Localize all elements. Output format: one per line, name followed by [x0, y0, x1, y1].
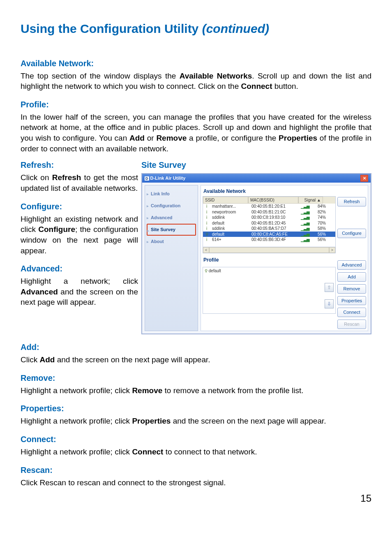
ssid-cell: sddlink — [210, 226, 250, 232]
signal-icon: ▁▃▅ — [299, 220, 311, 226]
mac-cell: 00:80:C8:19:83:10 — [250, 215, 299, 220]
profile-item[interactable]: ⚲ default — [203, 267, 335, 275]
properties-heading: Properties: — [21, 403, 371, 414]
move-up-button[interactable]: ⇧ — [325, 283, 334, 292]
remove-text: Highlight a network profile; click Remov… — [21, 385, 371, 396]
properties-button[interactable]: Properties — [337, 296, 366, 306]
refresh-text: Click on Refresh to get the most updated… — [21, 172, 138, 193]
network-type-icon: i — [203, 215, 210, 220]
ssid-cell: newportroom — [210, 209, 250, 215]
network-type-icon: i — [203, 209, 210, 215]
network-type-icon: i — [203, 226, 210, 232]
signal-icon: ▁▃▅ — [299, 226, 311, 232]
signal-icon: ▁▃▅ — [299, 232, 311, 237]
move-down-button[interactable]: ⇩ — [325, 299, 334, 308]
network-table: SSID MAC(BSSID) Signal ▲ imanhattanr...0… — [203, 196, 336, 254]
signal-cell: 56% — [311, 237, 327, 243]
mac-cell: 00:40:05:B6:3D:4F — [250, 237, 299, 243]
table-row[interactable]: isddlink00:40:05:BA:57:D7▁▃▅58% — [203, 226, 335, 232]
mac-cell: 00:40:05:BA:57:D7 — [250, 226, 299, 232]
horizontal-scrollbar[interactable]: < > — [203, 247, 335, 253]
col-ssid[interactable]: SSID — [203, 197, 248, 204]
table-row[interactable]: isddlink00:80:C8:19:83:10▁▃▅74% — [203, 215, 335, 220]
configure-text: Highlight an existing network and click … — [21, 214, 138, 256]
mac-cell: 00:40:05:B1:20:E1 — [250, 204, 299, 209]
title-main: Using the Configuration Utility — [21, 22, 202, 35]
signal-cell: 58% — [311, 226, 327, 232]
table-row[interactable]: idefault00:40:05:B1:2D:45▁▃▅70% — [203, 220, 335, 226]
network-type-icon: ⚲ — [203, 232, 210, 237]
page-number: 15 — [21, 492, 371, 505]
network-type-icon: i — [203, 237, 210, 243]
profile-heading: Profile: — [21, 99, 371, 110]
advanced-heading: Advanced: — [21, 263, 138, 274]
scroll-right-icon[interactable]: > — [329, 247, 335, 253]
table-row[interactable]: imanhattanr...00:40:05:B1:20:E1▁▃▅84% — [203, 204, 335, 209]
table-row[interactable]: ⚲default00:80:C8:AC:A5:FE▁▃▅56% — [203, 232, 335, 237]
close-icon[interactable]: ✕ — [360, 175, 368, 182]
sort-icon: ▲ — [317, 198, 321, 202]
add-text: Click Add and the screen on the next pag… — [21, 354, 371, 365]
signal-cell: 74% — [311, 215, 327, 220]
profile-label: Profile — [203, 256, 336, 264]
signal-cell: 82% — [311, 209, 327, 215]
rescan-button[interactable]: Rescan — [337, 320, 366, 329]
mac-cell: 00:40:05:B1:2D:45 — [250, 220, 299, 226]
col-mac[interactable]: MAC(BSSID) — [248, 197, 298, 204]
ssid-cell: default — [210, 232, 250, 237]
window-titlebar[interactable]: DD-Link Air Utility ✕ — [142, 174, 371, 183]
remove-heading: Remove: — [21, 373, 371, 384]
ssid-cell: sddlink — [210, 215, 250, 220]
nav-link-info[interactable]: Link Info — [147, 188, 196, 200]
site-survey-title: Site Survey — [141, 160, 371, 171]
nav-sidebar: Link Info Configuration Advanced Site Su… — [145, 185, 198, 331]
table-row[interactable]: inewportroom00:40:05:B1:21:0C▁▃▅82% — [203, 209, 335, 215]
profile-text: In the lower half of the screen, you can… — [21, 112, 371, 154]
connect-text: Highlight a network profile; click Conne… — [21, 447, 371, 457]
window-title-text: DD-Link Air Utility — [145, 175, 185, 181]
available-network-text: The top section of the window displays t… — [21, 71, 371, 92]
add-button[interactable]: Add — [337, 272, 366, 282]
connect-heading: Connect: — [21, 434, 371, 445]
refresh-button[interactable]: Refresh — [337, 197, 366, 206]
signal-icon: ▁▃▅ — [299, 215, 311, 220]
refresh-heading: Refresh: — [21, 160, 138, 171]
properties-text: Highlight a network profile; click Prope… — [21, 416, 371, 426]
col-signal[interactable]: Signal ▲ — [298, 197, 323, 204]
signal-cell: 70% — [311, 220, 327, 226]
profile-list[interactable]: ⚲ default ⇧ ⇩ — [203, 267, 336, 314]
signal-cell: 84% — [311, 204, 327, 209]
ssid-cell: manhattanr... — [210, 204, 250, 209]
table-header[interactable]: SSID MAC(BSSID) Signal ▲ — [203, 197, 335, 204]
signal-icon: ▁▃▅ — [299, 237, 311, 243]
nav-configuration[interactable]: Configuration — [147, 200, 196, 212]
configure-button[interactable]: Configure — [337, 229, 366, 238]
available-network-heading: Available Network: — [21, 58, 371, 69]
nav-site-survey[interactable]: Site Survey — [147, 224, 196, 236]
mac-cell: 00:40:05:B1:21:0C — [250, 209, 299, 215]
utility-window: DD-Link Air Utility ✕ Link Info Configur… — [141, 173, 371, 334]
connect-button[interactable]: Connect — [337, 308, 366, 317]
configure-heading: Configure: — [21, 201, 138, 212]
remove-button[interactable]: Remove — [337, 284, 366, 294]
ssid-cell: default — [210, 220, 250, 226]
nav-about[interactable]: About — [147, 236, 196, 248]
title-continued: (continued) — [202, 22, 269, 35]
table-row[interactable]: i614+00:40:05:B6:3D:4F▁▃▅56% — [203, 237, 335, 243]
available-network-label: Available Network — [203, 187, 336, 196]
network-type-icon: i — [203, 220, 210, 226]
mac-cell: 00:80:C8:AC:A5:FE — [250, 232, 299, 237]
signal-cell: 56% — [311, 232, 327, 237]
ssid-cell: 614+ — [210, 237, 250, 243]
network-type-icon: i — [203, 204, 210, 209]
nav-advanced[interactable]: Advanced — [147, 212, 196, 224]
scroll-left-icon[interactable]: < — [203, 247, 209, 253]
advanced-text: Highlight a network; click Advanced and … — [21, 276, 138, 308]
advanced-button[interactable]: Advanced — [337, 260, 366, 270]
rescan-heading: Rescan: — [21, 465, 371, 476]
page-title: Using the Configuration Utility (continu… — [21, 21, 371, 37]
rescan-text: Click Rescan to rescan and connect to th… — [21, 477, 371, 488]
signal-icon: ▁▃▅ — [299, 204, 311, 209]
signal-icon: ▁▃▅ — [299, 209, 311, 215]
add-heading: Add: — [21, 342, 371, 353]
